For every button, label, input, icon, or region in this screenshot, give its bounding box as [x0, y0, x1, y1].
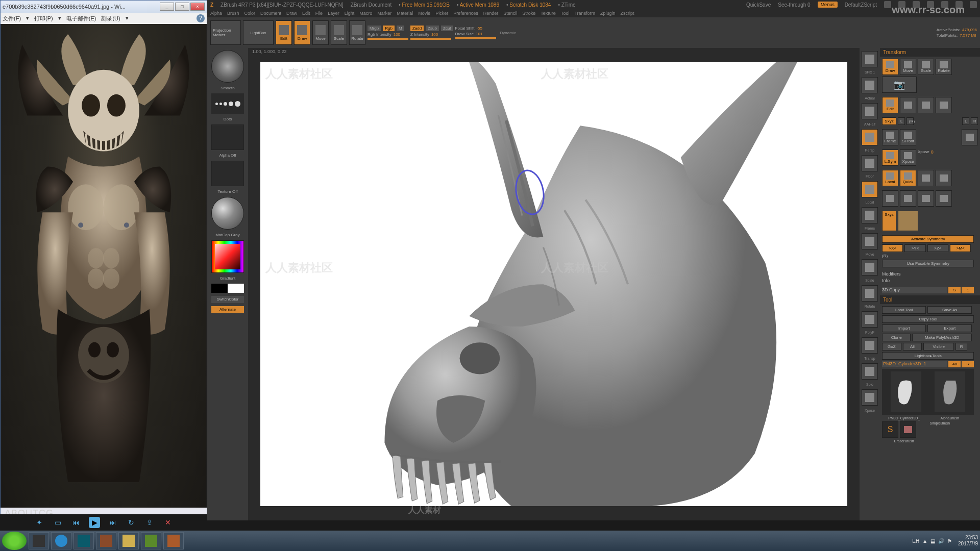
gradient-swatch[interactable]: [211, 284, 244, 293]
t-gizmo3-button[interactable]: [936, 97, 952, 113]
menu-draw[interactable]: Draw: [286, 11, 297, 16]
quick-button[interactable]: Quick: [900, 170, 916, 186]
zsub-toggle[interactable]: Zsub: [426, 26, 439, 31]
t-move-button[interactable]: Move: [900, 59, 916, 75]
ref-minimize-button[interactable]: _: [160, 3, 174, 11]
menu-zplugin[interactable]: Zplugin: [600, 11, 616, 16]
load-tool-button[interactable]: Load Tool: [882, 306, 926, 314]
draw-size-value[interactable]: 101: [476, 32, 482, 36]
secondary-tool-thumb[interactable]: [935, 371, 965, 412]
zb-wicon-4[interactable]: [927, 1, 934, 8]
l2-button[interactable]: L: [962, 117, 969, 125]
lsym2-button[interactable]: [962, 129, 978, 145]
zb-seethrough[interactable]: See-through 0: [778, 2, 810, 8]
menu-movie[interactable]: Movie: [418, 11, 430, 16]
menu-stencil[interactable]: Stencil: [503, 11, 517, 16]
zb-quicksave-button[interactable]: QuickSave: [746, 2, 771, 8]
menu-marker[interactable]: Marker: [377, 11, 391, 16]
activate-symmetry-button[interactable]: Activate Symmetry: [882, 235, 974, 243]
menu-transform[interactable]: Transform: [574, 11, 595, 16]
zadd-toggle[interactable]: Zadd: [410, 26, 424, 31]
bpr-button[interactable]: [862, 51, 878, 67]
tool-preview[interactable]: [882, 369, 974, 415]
m-toggle[interactable]: M: [397, 26, 404, 31]
menu-zscript[interactable]: Zscript: [621, 11, 634, 16]
projection-master-button[interactable]: Projection Master: [210, 20, 241, 45]
t-gizmo1-button[interactable]: [900, 97, 916, 113]
floor-button[interactable]: [862, 155, 878, 171]
ref-menu-burn[interactable]: 刻录(U): [101, 15, 120, 22]
z-intensity-slider[interactable]: [410, 38, 451, 40]
pt-button[interactable]: [918, 170, 934, 186]
clone-button[interactable]: Clone: [882, 334, 911, 341]
tray-flag-icon[interactable]: ⚑: [947, 538, 952, 544]
texture-preview[interactable]: [211, 161, 244, 186]
menu-picker[interactable]: Picker: [435, 11, 448, 16]
menu-render[interactable]: Render: [483, 11, 499, 16]
stroke-preview[interactable]: [211, 93, 244, 114]
ysym-toggle[interactable]: >Y<: [904, 244, 925, 252]
msym-toggle[interactable]: >M<: [950, 244, 971, 252]
menu-preferences[interactable]: Preferences: [453, 11, 478, 16]
active-tool-thumb[interactable]: [891, 371, 921, 412]
zb-wicon-3[interactable]: [913, 1, 920, 8]
menu-brush[interactable]: Brush: [227, 11, 239, 16]
start-button[interactable]: [2, 532, 27, 550]
import-button[interactable]: Import: [882, 324, 926, 332]
ref-close-button[interactable]: ×: [190, 3, 205, 11]
video-play-button[interactable]: ▶: [89, 517, 100, 528]
zb-minimize-button[interactable]: [941, 1, 948, 8]
scale-button[interactable]: Scale: [331, 20, 347, 45]
t-draw-button[interactable]: Draw: [882, 59, 898, 75]
zb-wicon-2[interactable]: [898, 1, 905, 8]
polyf-button[interactable]: [862, 311, 878, 328]
zb-maximize-button[interactable]: [955, 1, 963, 8]
ref-menu-email[interactable]: 电子邮件(E): [66, 15, 96, 22]
rgb-toggle[interactable]: Rgb: [383, 26, 395, 31]
rotate-button[interactable]: Rotate: [349, 20, 365, 45]
menu-light[interactable]: Light: [345, 11, 355, 16]
menu-macro[interactable]: Macro: [359, 11, 372, 16]
viewrotate-button[interactable]: [862, 285, 878, 302]
visible-button[interactable]: Visible: [923, 343, 954, 350]
snapshot-button[interactable]: 📷: [882, 77, 917, 93]
persp-button[interactable]: [862, 129, 878, 145]
inv-button[interactable]: [900, 190, 916, 207]
taskbar-zbrush[interactable]: [29, 532, 49, 549]
menu-material[interactable]: Material: [397, 11, 413, 16]
sxyz2-toggle[interactable]: Sxyz: [882, 211, 896, 231]
viewscale-button[interactable]: [862, 259, 878, 276]
local-button[interactable]: [862, 181, 878, 197]
ref-menu-print[interactable]: 打印(P): [34, 15, 53, 22]
draw-button[interactable]: Draw: [294, 20, 310, 45]
all-button[interactable]: All: [903, 343, 922, 350]
zb-defaultscript[interactable]: DefaultZScript: [845, 2, 877, 8]
taskbar-maya[interactable]: [74, 532, 94, 549]
menu-edit[interactable]: Edit: [302, 11, 310, 16]
system-tray[interactable]: EH ▲ ⬓ 🔊 ⚑: [908, 538, 956, 544]
draw-size-slider[interactable]: [455, 37, 496, 39]
matswatch[interactable]: [898, 211, 918, 231]
ref-help-icon[interactable]: ?: [197, 14, 205, 22]
alpha-preview[interactable]: [211, 124, 244, 150]
switchcolor-button[interactable]: SwitchColor: [211, 296, 244, 303]
3d-copy-slider[interactable]: 3D Copy S 1: [882, 287, 974, 293]
make-polymesh-button[interactable]: Make PolyMesh3D: [912, 334, 972, 341]
t-rotate-button[interactable]: Rotate: [936, 59, 952, 75]
actual-button[interactable]: [862, 77, 878, 93]
zb-wicon-1[interactable]: [884, 1, 891, 8]
frame-all-button[interactable]: Frame: [882, 129, 898, 145]
z-intensity-value[interactable]: 100: [431, 32, 438, 37]
local-r-button[interactable]: Local: [882, 170, 898, 186]
move-button[interactable]: Move: [312, 20, 329, 45]
lightbox-tools-button[interactable]: Lightbox▸Tools: [882, 352, 974, 360]
menu-tool[interactable]: Tool: [561, 11, 570, 16]
sol-button[interactable]: [936, 170, 952, 186]
r2-button[interactable]: R: [971, 117, 978, 125]
goz-button[interactable]: GoZ: [882, 343, 901, 350]
menu-layer[interactable]: Layer: [328, 11, 339, 16]
aahalf-button[interactable]: [862, 103, 878, 119]
l-button[interactable]: L: [898, 117, 905, 125]
alternate-button[interactable]: Alternate: [211, 306, 244, 313]
xpose-button[interactable]: [862, 389, 878, 406]
